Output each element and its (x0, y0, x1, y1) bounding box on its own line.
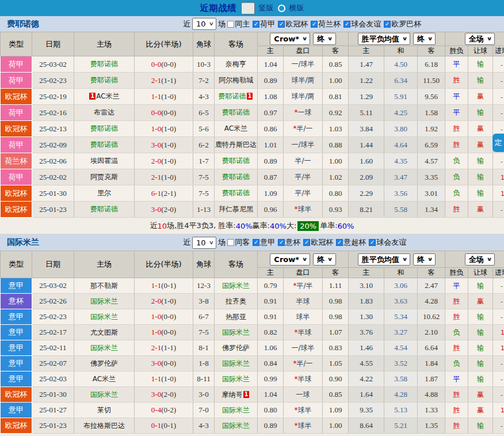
handicap-line: *半/一 (284, 356, 323, 371)
avg-win-odds: 1.46 (349, 340, 384, 356)
handicap-result-flag: 输 (468, 418, 493, 434)
checkbox-icon[interactable]: ✓ (369, 239, 376, 246)
avg-final-select[interactable]: 终∨ (413, 33, 436, 45)
competition-type: 意甲 (1, 278, 32, 294)
avg-win-odds: 2.29 (349, 185, 384, 202)
handicap-result-flag: 输 (468, 309, 493, 325)
team-link: 里尔 (97, 189, 111, 197)
team-link: 摩纳哥 (222, 390, 243, 399)
league-filter-2[interactable]: ✓荷兰杯 (311, 19, 341, 29)
match-date: 25-02-23 (32, 309, 74, 325)
handicap-result-flag: 赢 (468, 121, 493, 137)
handicap-line: 一/球半 (284, 56, 323, 73)
competition-type: 荷甲 (1, 73, 32, 89)
corners: 8-11 (193, 371, 215, 387)
checkbox-icon[interactable]: ✓ (336, 239, 343, 246)
corners: 6-7 (193, 309, 215, 325)
away-odds: 1.00 (323, 153, 349, 169)
score: 2-0(1-0) (135, 153, 193, 169)
home-odds: 0.91 (258, 294, 284, 309)
corners: 5-6 (193, 121, 215, 137)
odds-final-select[interactable]: 终∨ (313, 33, 335, 45)
team-link: 费耶诺德 (90, 76, 118, 84)
team-link: 国际米兰 (222, 282, 250, 290)
avg-draw-odds: 5.21 (384, 418, 418, 434)
checkbox-icon[interactable]: ✓ (278, 21, 285, 28)
checkbox-icon[interactable]: ✓ (303, 239, 310, 246)
league-filter-3[interactable]: ✓球会友谊 (343, 19, 381, 29)
avg-lose-odds: 2.10 (418, 325, 445, 340)
away-odds: 1.09 (323, 403, 349, 418)
checkbox-icon[interactable]: ✓ (253, 21, 259, 28)
league-filter-1[interactable]: ✓意杯 (278, 237, 300, 248)
match-count-select[interactable]: 10∨ (192, 237, 216, 249)
layout-radio-vertical-label[interactable]: 竖版 (259, 3, 274, 13)
competition-type: 荷甲 (1, 56, 32, 73)
goals-clipped-cell: - (493, 105, 504, 121)
home-odds: 1.08 (258, 89, 284, 105)
team-link: 费耶诺德 (90, 124, 118, 132)
match-date: 25-02-02 (32, 169, 74, 185)
avg-final-select[interactable]: 终∨ (413, 253, 436, 266)
match-date: 25-02-16 (32, 105, 74, 121)
checkbox-icon[interactable]: ✓ (384, 21, 391, 28)
corners: 7-5 (193, 325, 215, 340)
scope-select[interactable]: 全场∨ (465, 33, 495, 45)
league-filter-0[interactable]: ✓意甲 (253, 237, 275, 248)
team-link: 布拉格斯巴达 (83, 422, 125, 430)
team-link: 国际米兰 (90, 297, 118, 305)
goals-clipped-cell: - (493, 202, 504, 218)
home-odds: 0.97 (258, 105, 284, 121)
checkbox-icon[interactable] (227, 21, 234, 28)
same-venue-filter[interactable]: 同主 (227, 19, 250, 29)
subcol-away-odds: 客 (323, 268, 349, 278)
league-filter-3[interactable]: ✓意超杯 (336, 237, 366, 248)
layout-radio-horizontal[interactable] (278, 5, 285, 12)
pin-side-tab[interactable]: 定 (492, 134, 504, 152)
home-team: 里尔 (74, 185, 135, 202)
layout-radio-horizontal-label[interactable]: 横版 (289, 3, 304, 13)
summary-segment: 近 (150, 221, 158, 231)
avg-win-odds: 4.55 (349, 356, 384, 371)
match-row: 欧冠杯25-02-13费耶诺德1-0(1-0)5-6AC米兰0.86*半/一1.… (1, 121, 504, 137)
away-odds: 1.00 (323, 73, 349, 89)
avg-lose-odds: 9.56 (418, 89, 445, 105)
col-header-home: 主场 (74, 32, 135, 56)
home-odds: 0.91 (258, 309, 284, 325)
same-venue-filter[interactable]: 同客 (227, 237, 250, 248)
subcol-avg-win: 主 (349, 268, 384, 278)
league-filter-4[interactable]: ✓欧罗巴杯 (384, 19, 421, 29)
home-team: 费耶诺德 (74, 137, 135, 153)
away-team: 奈梅亨 (215, 56, 258, 73)
league-filter-2[interactable]: ✓欧冠杯 (303, 237, 333, 248)
checkbox-icon[interactable]: ✓ (343, 21, 350, 28)
avg-lose-odds: 1.34 (418, 202, 445, 218)
avg-draw-odds: 4.64 (384, 137, 418, 153)
odds-final-select[interactable]: 终∨ (313, 253, 335, 266)
home-team: 布雷达 (74, 105, 135, 121)
team-link: 热那亚 (226, 313, 246, 321)
layout-radio-vertical[interactable] (241, 2, 255, 14)
handicap-result-flag: 赢 (468, 137, 493, 153)
scope-select[interactable]: 全场∨ (465, 253, 495, 266)
odds-company-select[interactable]: Crow*∨ (270, 253, 310, 266)
avg-select[interactable]: 胜平负均值∨ (358, 253, 410, 266)
league-filter-1[interactable]: ✓欧冠杯 (278, 19, 308, 29)
team-link: 费耶诺德 (90, 205, 118, 213)
league-filter-0[interactable]: ✓荷甲 (253, 19, 275, 29)
team-link: 拉齐奥 (226, 297, 246, 305)
league-filter-4[interactable]: ✓球会友谊 (369, 237, 406, 248)
checkbox-icon[interactable]: ✓ (311, 21, 318, 28)
odds-company-select[interactable]: Crow*∨ (270, 33, 310, 45)
match-count-select[interactable]: 10∨ (192, 18, 216, 30)
handicap-result-flag: 输 (468, 278, 493, 294)
corners: 1-13 (193, 202, 215, 218)
avg-lose-odds: 11.50 (418, 73, 445, 89)
match-date: 25-01-30 (32, 387, 74, 403)
home-team: 那不勒斯 (74, 278, 135, 294)
competition-type: 意甲 (1, 403, 32, 418)
avg-select[interactable]: 胜平负均值∨ (358, 33, 410, 45)
checkbox-icon[interactable]: ✓ (278, 239, 285, 246)
checkbox-icon[interactable]: ✓ (253, 239, 259, 246)
checkbox-icon[interactable] (227, 239, 234, 246)
